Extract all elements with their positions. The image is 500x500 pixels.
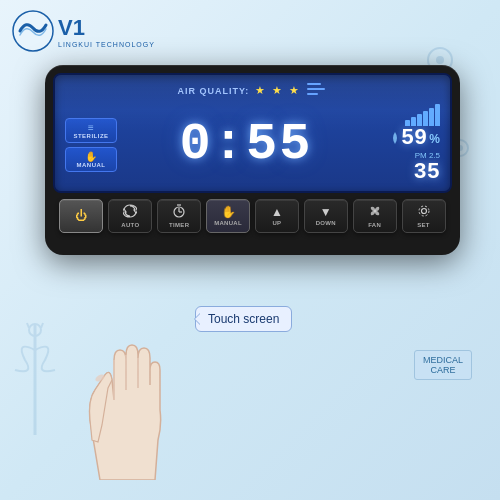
medical-text: MEDICAL <box>423 355 463 365</box>
device-panel: AIR QUALITY: ★ ★ ★ ≡ STERILIZE ✋ <box>45 65 460 255</box>
auto-label: AUTO <box>121 222 139 228</box>
down-button[interactable]: ▼ DOWN <box>304 199 348 233</box>
touch-callout-text: Touch screen <box>208 312 279 326</box>
svg-rect-20 <box>307 88 325 90</box>
manual-icon: ✋ <box>221 206 236 218</box>
signal-bar-4 <box>423 111 428 126</box>
power-button[interactable]: ⏻ <box>59 199 103 233</box>
up-label: UP <box>272 220 281 226</box>
humidity-value: 59 <box>401 126 427 151</box>
pm-label: PM 2.5 <box>414 151 440 160</box>
humidity-symbol <box>391 132 399 146</box>
up-icon: ▲ <box>271 206 283 218</box>
manual-lcd-label: MANUAL <box>70 162 112 168</box>
auto-icon <box>123 204 137 220</box>
set-label: SET <box>417 222 430 228</box>
fan-label: FAN <box>368 222 381 228</box>
timer-button[interactable]: TIMER <box>157 199 201 233</box>
signal-bar-6 <box>435 104 440 126</box>
logo-subtitle: LINGKUI TECHNOLOGY <box>58 41 155 48</box>
timer-icon <box>172 204 186 220</box>
lcd-screen: AIR QUALITY: ★ ★ ★ ≡ STERILIZE ✋ <box>53 73 452 193</box>
pm-value: 35 <box>414 160 440 185</box>
manual-label: MANUAL <box>214 220 242 226</box>
logo-v1-text: V1 <box>58 15 85 40</box>
lcd-right-readings: 59 % PM 2.5 35 <box>375 104 440 185</box>
lcd-main-area: ≡ STERILIZE ✋ MANUAL 0:55 <box>65 104 440 185</box>
manual-lcd-button[interactable]: ✋ MANUAL <box>65 147 117 172</box>
controls-row: ⏻ AUTO TIMER ✋ <box>53 199 452 233</box>
set-icon <box>417 204 431 220</box>
sterilize-label: STERILIZE <box>70 133 112 139</box>
sterilize-button[interactable]: ≡ STERILIZE <box>65 118 117 143</box>
power-icon: ⏻ <box>75 210 87 222</box>
time-digits: 0:55 <box>180 119 313 171</box>
air-quality-row: AIR QUALITY: ★ ★ ★ <box>65 81 440 100</box>
down-label: DOWN <box>316 220 336 226</box>
time-display: 0:55 <box>123 104 369 185</box>
care-text: CARE <box>430 365 455 375</box>
logo: V1 LINGKUI TECHNOLOGY <box>12 10 155 52</box>
fan-button[interactable]: FAN <box>353 199 397 233</box>
up-button[interactable]: ▲ UP <box>255 199 299 233</box>
auto-button[interactable]: AUTO <box>108 199 152 233</box>
touch-callout: Touch screen <box>195 306 292 332</box>
svg-rect-21 <box>307 93 318 95</box>
signal-bars <box>405 104 440 126</box>
lcd-left-buttons: ≡ STERILIZE ✋ MANUAL <box>65 104 117 185</box>
svg-point-27 <box>421 209 426 214</box>
svg-line-16 <box>27 323 29 328</box>
air-quality-label: AIR QUALITY: <box>178 86 250 96</box>
pm-section: PM 2.5 35 <box>414 151 440 185</box>
air-quality-stars: ★ ★ ★ <box>255 84 301 97</box>
humidity-unit: % <box>429 132 440 146</box>
medical-care-label: MEDICAL CARE <box>414 350 472 380</box>
touch-callout-bubble: Touch screen <box>195 306 292 332</box>
manual-button[interactable]: ✋ MANUAL <box>206 199 250 233</box>
hand-illustration <box>40 280 220 480</box>
set-button[interactable]: SET <box>402 199 446 233</box>
svg-point-28 <box>419 206 429 216</box>
down-icon: ▼ <box>320 206 332 218</box>
signal-bar-5 <box>429 108 434 126</box>
wind-icon <box>307 81 327 100</box>
signal-bar-2 <box>411 117 416 126</box>
sterilize-icon: ≡ <box>70 122 112 133</box>
manual-lcd-icon: ✋ <box>70 151 112 162</box>
signal-bar-3 <box>417 114 422 126</box>
humidity-row: 59 % <box>391 126 440 151</box>
svg-point-1 <box>436 56 444 64</box>
svg-rect-19 <box>307 83 321 85</box>
timer-label: TIMER <box>169 222 189 228</box>
fan-icon <box>368 204 382 220</box>
